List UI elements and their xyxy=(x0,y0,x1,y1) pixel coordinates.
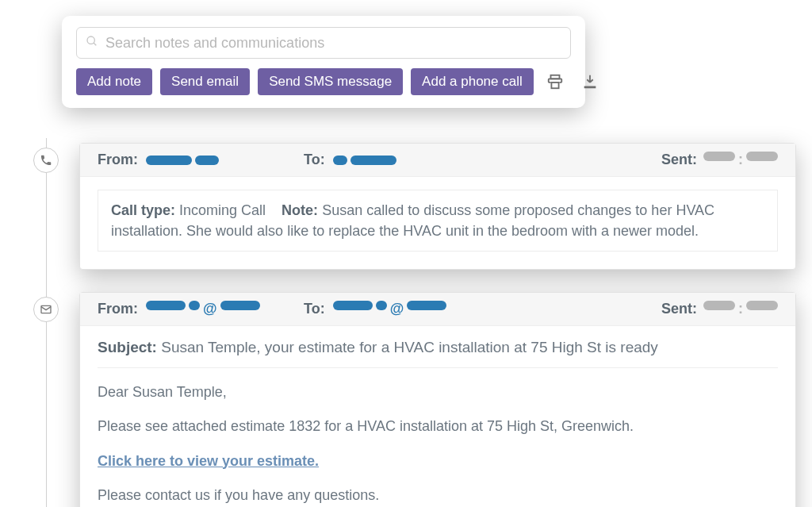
email-body: Subject: Susan Temple, your estimate for… xyxy=(80,326,795,507)
from-label: From: xyxy=(98,152,138,168)
send-email-button[interactable]: Send email xyxy=(160,68,250,95)
email-card: From: @ To: @ Sent: : xyxy=(79,292,796,507)
email-greeting: Dear Susan Temple, xyxy=(98,382,778,402)
call-card: From: To: Sent: : xyxy=(79,143,796,270)
toolbar-card: Add note Send email Send SMS message Add… xyxy=(62,16,585,108)
subject-label: Subject: xyxy=(98,339,157,355)
redacted-sent-value: : xyxy=(703,301,778,317)
call-type-value: Incoming Call xyxy=(179,202,266,218)
subject-row: Subject: Susan Temple, your estimate for… xyxy=(98,339,778,368)
redacted-from-email: @ xyxy=(146,301,260,317)
redacted-to-value xyxy=(333,156,396,165)
toolbar-row: Add note Send email Send SMS message Add… xyxy=(76,68,571,95)
print-icon xyxy=(546,73,564,90)
svg-rect-4 xyxy=(584,86,596,89)
search-wrap xyxy=(76,27,571,59)
download-icon xyxy=(581,73,599,90)
add-note-button[interactable]: Add note xyxy=(76,68,152,95)
email-icon xyxy=(33,297,59,322)
call-note-box: Call type: Incoming Call Note: Susan cal… xyxy=(98,190,778,252)
subject-value: Susan Temple, your estimate for a HVAC i… xyxy=(161,339,658,355)
email-line-1: Please see attached estimate 1832 for a … xyxy=(98,417,778,436)
download-button[interactable] xyxy=(576,70,603,94)
call-header: From: To: Sent: : xyxy=(80,144,795,177)
note-label: Note: xyxy=(282,202,318,218)
from-label: From: xyxy=(98,301,138,317)
send-sms-button[interactable]: Send SMS message xyxy=(258,68,403,95)
timeline-item-call: From: To: Sent: : xyxy=(32,143,796,270)
email-header: From: @ To: @ Sent: : xyxy=(80,293,795,326)
print-button[interactable] xyxy=(542,70,569,94)
sent-label: Sent: xyxy=(661,152,697,168)
view-estimate-link[interactable]: Click here to view your estimate. xyxy=(98,453,319,469)
to-label: To: xyxy=(304,301,325,317)
to-label: To: xyxy=(304,152,325,168)
search-input[interactable] xyxy=(76,27,571,59)
add-phone-call-button[interactable]: Add a phone call xyxy=(411,68,534,95)
email-line-3: Please contact us if you have any questi… xyxy=(98,486,778,505)
timeline: From: To: Sent: : xyxy=(32,143,796,507)
sent-label: Sent: xyxy=(661,301,697,317)
redacted-from-value xyxy=(146,156,219,165)
redacted-to-email: @ xyxy=(333,301,447,317)
call-body: Call type: Incoming Call Note: Susan cal… xyxy=(80,177,795,269)
svg-rect-3 xyxy=(551,83,558,88)
timeline-item-email: From: @ To: @ Sent: : xyxy=(32,292,796,507)
redacted-sent-value: : xyxy=(703,152,778,168)
call-type-label: Call type: xyxy=(111,202,175,218)
phone-icon xyxy=(33,148,59,173)
